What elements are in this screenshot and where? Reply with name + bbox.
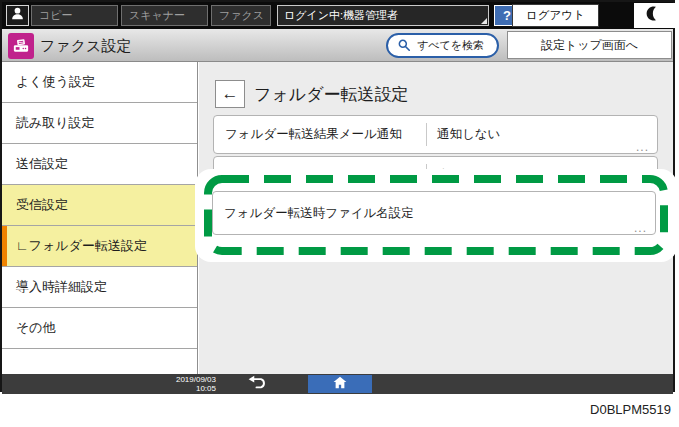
top-bar: コピー スキャナー ファクス ログイン中:機器管理者 ? ログアウト bbox=[2, 2, 673, 29]
back-return-button[interactable] bbox=[243, 375, 273, 393]
time-label: 10:05 bbox=[132, 384, 216, 393]
tab-copy[interactable]: コピー bbox=[31, 5, 118, 26]
crescent-moon-icon bbox=[646, 5, 663, 26]
search-all-button[interactable]: すべてを検索 bbox=[386, 33, 499, 58]
home-button[interactable] bbox=[308, 375, 372, 393]
screen-header: ファクス設定 すべてを検索 設定トップ画面へ bbox=[2, 29, 673, 62]
ellipsis-icon: ... bbox=[634, 222, 647, 234]
user-button[interactable] bbox=[6, 5, 29, 26]
active-marker-bar bbox=[2, 226, 7, 266]
setting-value: 通知しない bbox=[437, 116, 500, 153]
datetime-display: 2019/09/03 10:05 bbox=[132, 375, 216, 393]
bottom-bar: 2019/09/03 10:05 bbox=[2, 374, 673, 394]
sidebar-item-others[interactable]: その他 bbox=[2, 308, 197, 349]
search-icon bbox=[397, 38, 411, 54]
manual-figure: コピー スキャナー ファクス ログイン中:機器管理者 ? ログアウト bbox=[0, 0, 679, 427]
page-title: ファクス設定 bbox=[40, 37, 131, 56]
energy-saver-button[interactable] bbox=[634, 3, 675, 28]
fax-settings-icon bbox=[8, 33, 34, 59]
home-icon bbox=[333, 375, 347, 393]
dropdown-corner-triangle-icon bbox=[481, 18, 487, 24]
sidebar-item-scan-settings[interactable]: 読み取り設定 bbox=[2, 103, 197, 144]
settings-top-screen-button[interactable]: 設定トップ画面へ bbox=[507, 31, 672, 59]
setting-row-folder-transfer-filename[interactable]: フォルダー転送時ファイル名設定 ... bbox=[212, 191, 656, 235]
date-label: 2019/09/03 bbox=[132, 375, 216, 384]
setting-label: フォルダー転送結果メール通知 bbox=[225, 116, 402, 153]
row-divider bbox=[426, 123, 427, 146]
login-status-dropdown[interactable]: ログイン中:機器管理者 bbox=[277, 5, 489, 26]
search-label: すべてを検索 bbox=[417, 38, 484, 53]
login-status-label: ログイン中:機器管理者 bbox=[284, 9, 398, 21]
tab-fax[interactable]: ファクス bbox=[211, 5, 271, 26]
settings-main-panel: ← フォルダー転送設定 フォルダー転送結果メール通知 通知しない ... 通信履… bbox=[199, 62, 673, 374]
back-button[interactable]: ← bbox=[215, 80, 245, 108]
ellipsis-icon: ... bbox=[636, 141, 649, 153]
panel-title: フォルダー転送設定 bbox=[254, 83, 409, 106]
sidebar-item-label: ∟フォルダー転送設定 bbox=[16, 238, 147, 253]
setting-label: フォルダー転送時ファイル名設定 bbox=[224, 192, 414, 234]
sidebar-item-folder-transfer-settings[interactable]: ∟フォルダー転送設定 bbox=[2, 226, 197, 267]
u-turn-arrow-icon bbox=[246, 375, 270, 394]
device-screen: コピー スキャナー ファクス ログイン中:機器管理者 ? ログアウト bbox=[0, 0, 675, 392]
user-icon bbox=[10, 6, 25, 25]
setting-row-transfer-result-mail[interactable]: フォルダー転送結果メール通知 通知しない ... bbox=[213, 115, 658, 154]
sidebar-item-frequent-settings[interactable]: よく使う設定 bbox=[2, 62, 197, 103]
sidebar-item-reception-settings[interactable]: 受信設定 bbox=[2, 185, 197, 226]
sidebar-item-initial-detail-settings[interactable]: 導入時詳細設定 bbox=[2, 267, 197, 308]
figure-caption: D0BLPM5519 bbox=[590, 402, 671, 417]
tab-scanner[interactable]: スキャナー bbox=[121, 5, 208, 26]
sidebar-item-send-settings[interactable]: 送信設定 bbox=[2, 144, 197, 185]
highlight-callout: フォルダー転送時ファイル名設定 ... bbox=[195, 169, 677, 262]
logout-button[interactable]: ログアウト bbox=[512, 4, 599, 27]
settings-sidebar: よく使う設定 読み取り設定 送信設定 受信設定 ∟フォルダー転送設定 導入時詳細… bbox=[2, 62, 198, 374]
